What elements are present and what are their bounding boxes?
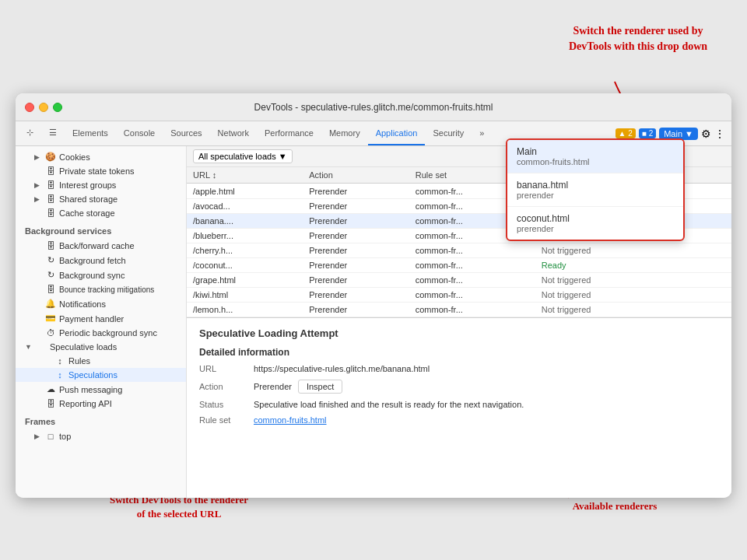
expand-icon: ▶	[34, 153, 42, 161]
maximize-button[interactable]	[53, 103, 62, 112]
sidebar-item-label: Speculations	[68, 370, 117, 380]
tab-performance[interactable]: Performance	[257, 121, 321, 145]
traffic-lights	[25, 103, 62, 112]
ruleset-label: Rule set	[199, 415, 254, 425]
sidebar-item-cookies[interactable]: ▶ 🍪 Cookies	[16, 149, 186, 164]
status-not-triggered: Not triggered	[542, 290, 591, 299]
tab-security[interactable]: Security	[425, 121, 472, 145]
status-not-triggered: Not triggered	[542, 305, 591, 314]
payment-icon: 💳	[45, 313, 56, 324]
minimize-button[interactable]	[39, 103, 48, 112]
expand-icon: ▼	[25, 343, 33, 351]
sidebar-item-label: Interest groups	[59, 180, 116, 190]
table-row[interactable]: /kiwi.html Prerender common-fr... Not tr…	[187, 288, 731, 303]
renderer-item[interactable]: coconut.html prerender	[507, 207, 683, 240]
sidebar-item-top-frame[interactable]: ▶ □ top	[16, 429, 186, 443]
filter-dropdown[interactable]: All speculative loads ▼	[193, 149, 293, 163]
renderer-item-name: coconut.html	[517, 213, 674, 224]
renderer-item-name: Main	[517, 146, 674, 157]
col-action[interactable]: Action	[303, 167, 409, 184]
background-services-header: Background services	[16, 220, 186, 239]
bg-fetch-icon: ↻	[45, 255, 56, 265]
cell-action: Prerender	[303, 214, 409, 229]
ruleset-link[interactable]: common-fruits.html	[254, 415, 327, 425]
cell-status: Not triggered	[535, 288, 731, 303]
cell-status: Not triggered	[535, 273, 731, 288]
cell-action: Prerender	[303, 184, 409, 199]
bg-sync-icon: ↻	[45, 270, 56, 280]
settings-icon[interactable]: ⚙	[701, 128, 711, 140]
warning-badge: ▲ 2	[615, 128, 636, 138]
col-url[interactable]: URL ↕	[187, 167, 303, 184]
bottom-panel-subtitle: Detailed information	[199, 347, 719, 358]
cell-url: /blueberr...	[187, 229, 303, 243]
sidebar-item-label: top	[59, 432, 71, 441]
renderer-item-sub: prerender	[517, 224, 674, 233]
tab-application[interactable]: Application	[368, 121, 426, 145]
bottom-panel-title: Speculative Loading Attempt	[199, 327, 719, 339]
sidebar-item-payment[interactable]: 💳 Payment handler	[16, 311, 186, 326]
tab-elements[interactable]: Elements	[65, 121, 116, 145]
frame-icon: □	[45, 432, 56, 441]
cell-url: /avocad...	[187, 199, 303, 214]
bottom-panel: Speculative Loading Attempt Detailed inf…	[187, 317, 731, 498]
tab-cursor-icon[interactable]: ⊹	[19, 121, 41, 145]
cache-storage-icon: 🗄	[45, 208, 56, 218]
cookies-icon: 🍪	[45, 152, 56, 162]
sidebar-item-label: Notifications	[59, 299, 106, 309]
outer-container: Switch the renderer used by DevTools wit…	[0, 0, 747, 560]
cell-url: /kiwi.html	[187, 288, 303, 303]
tab-device-icon[interactable]: ☰	[41, 121, 65, 145]
sidebar-item-notifications[interactable]: 🔔 Notifications	[16, 296, 186, 311]
renderer-item-sub: common-fruits.html	[517, 157, 674, 166]
sidebar-item-label: Shared storage	[59, 194, 117, 204]
renderer-item[interactable]: Main common-fruits.html	[507, 140, 683, 173]
tab-network[interactable]: Network	[210, 121, 257, 145]
renderer-item[interactable]: banana.html prerender	[507, 173, 683, 207]
cell-url: /lemon.h...	[187, 303, 303, 317]
action-label: Action	[199, 382, 254, 391]
sidebar-item-label: Cache storage	[59, 208, 115, 218]
cell-action: Prerender	[303, 258, 409, 273]
sidebar-item-speculations[interactable]: ↕ Speculations	[16, 368, 186, 382]
sidebar-item-push-messaging[interactable]: ☁ Push messaging	[16, 382, 186, 397]
sidebar-item-speculative-loads[interactable]: ▼ Speculative loads	[16, 340, 186, 354]
sidebar-item-shared-storage[interactable]: ▶ 🗄 Shared storage	[16, 192, 186, 206]
inspect-button[interactable]: Inspect	[298, 380, 342, 394]
cell-status: Ready	[535, 258, 731, 273]
sidebar-item-bfcache[interactable]: 🗄 Back/forward cache	[16, 239, 186, 253]
cell-ruleset: common-fr...	[409, 273, 535, 288]
table-row[interactable]: /grape.html Prerender common-fr... Not t…	[187, 273, 731, 288]
url-label: URL	[199, 364, 254, 373]
sidebar-item-cache-storage[interactable]: 🗄 Cache storage	[16, 206, 186, 220]
table-row[interactable]: /coconut... Prerender common-fr... Ready	[187, 258, 731, 273]
sidebar-item-interest-groups[interactable]: ▶ 🗄 Interest groups	[16, 178, 186, 192]
interest-groups-icon: 🗄	[45, 180, 56, 190]
sidebar-item-label: Back/forward cache	[59, 241, 135, 250]
detail-row-status: Status Speculative load finished and the…	[199, 400, 719, 409]
more-icon[interactable]: ⋮	[714, 128, 725, 140]
sidebar-item-periodic-sync[interactable]: ⏱ Periodic background sync	[16, 326, 186, 340]
tab-sources[interactable]: Sources	[163, 121, 209, 145]
tab-console[interactable]: Console	[116, 121, 163, 145]
cell-url: /banana....	[187, 214, 303, 229]
close-button[interactable]	[25, 103, 34, 112]
sidebar-item-bounce-tracking[interactable]: 🗄 Bounce tracking mitigations	[16, 282, 186, 296]
sidebar-item-bg-sync[interactable]: ↻ Background sync	[16, 268, 186, 282]
annotation-bottom-right: Available renderers	[552, 499, 677, 513]
table-row[interactable]: /cherry.h... Prerender common-fr... Not …	[187, 243, 731, 258]
bounce-icon: 🗄	[45, 285, 56, 294]
sidebar-item-bg-fetch[interactable]: ↻ Background fetch	[16, 253, 186, 268]
sidebar-item-label: Periodic background sync	[59, 328, 157, 338]
cell-action: Prerender	[303, 199, 409, 214]
table-row[interactable]: /lemon.h... Prerender common-fr... Not t…	[187, 303, 731, 317]
tab-more[interactable]: »	[472, 121, 492, 145]
sidebar-item-reporting-api[interactable]: 🗄 Reporting API	[16, 397, 186, 411]
cell-url: /cherry.h...	[187, 243, 303, 258]
tab-memory[interactable]: Memory	[321, 121, 368, 145]
cell-url: /grape.html	[187, 273, 303, 288]
sidebar-item-private-state[interactable]: 🗄 Private state tokens	[16, 164, 186, 178]
sidebar-item-rules[interactable]: ↕ Rules	[16, 354, 186, 368]
sidebar-item-label: Private state tokens	[59, 166, 135, 176]
rules-icon: ↕	[54, 356, 65, 366]
